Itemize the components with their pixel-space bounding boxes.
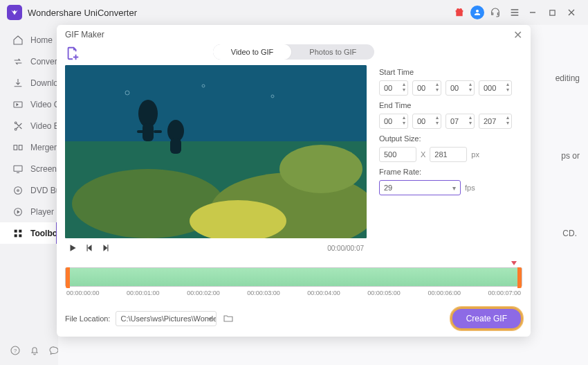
- svg-rect-3: [19, 145, 22, 150]
- timeline-track[interactable]: [65, 267, 522, 287]
- file-location-label: File Location:: [65, 314, 110, 323]
- end-min-input[interactable]: 00▴▾: [412, 114, 441, 129]
- grid-icon: [12, 228, 24, 239]
- video-preview[interactable]: [65, 65, 367, 238]
- app-title: Wondershare UniConverter: [28, 8, 137, 18]
- close-button[interactable]: [562, 4, 581, 21]
- bg-text: editing: [555, 73, 580, 83]
- bottom-icons: ?: [0, 338, 58, 365]
- user-avatar-icon[interactable]: [470, 6, 484, 19]
- sidebar-item-recorder[interactable]: Screen Recorder: [0, 158, 58, 179]
- sidebar-item-downloader[interactable]: Downloader: [0, 72, 58, 94]
- bg-text: CD.: [562, 229, 577, 238]
- convert-icon: [12, 56, 24, 67]
- dialog-close-button[interactable]: ✕: [513, 28, 522, 42]
- svg-rect-9: [19, 229, 21, 232]
- svg-rect-22: [137, 130, 144, 133]
- start-min-input[interactable]: 00▴▾: [412, 80, 441, 96]
- px-unit: px: [471, 150, 479, 159]
- timeline: 00:00:00:00 00:00:01:00 00:00:02:00 00:0…: [57, 258, 531, 296]
- sidebar-item-dvd[interactable]: DVD Burner: [0, 179, 58, 201]
- svg-text:?: ?: [14, 348, 17, 354]
- merge-icon: [12, 142, 24, 153]
- sidebar-item-label: Screen Recorder: [30, 164, 58, 174]
- stepper-icon[interactable]: ▴▾: [436, 115, 439, 126]
- play-button[interactable]: [68, 243, 77, 253]
- dialog-title: GIF Maker: [65, 30, 104, 39]
- gift-icon[interactable]: [451, 4, 468, 21]
- sidebar-item-home[interactable]: Home: [0, 29, 58, 51]
- dimension-x: X: [421, 150, 425, 159]
- start-ms-input[interactable]: 000▴▾: [479, 80, 512, 96]
- sidebar-item-compressor[interactable]: Video Compressor: [0, 94, 58, 115]
- disc-icon: [12, 185, 24, 196]
- next-frame-button[interactable]: [101, 243, 111, 253]
- add-file-button[interactable]: [65, 46, 80, 61]
- svg-rect-2: [14, 145, 17, 150]
- svg-rect-23: [154, 130, 162, 133]
- sidebar-item-player[interactable]: Player: [0, 201, 58, 222]
- svg-rect-4: [14, 166, 22, 171]
- compress-icon: [12, 99, 24, 110]
- svg-rect-8: [15, 229, 17, 232]
- prev-frame-button[interactable]: [84, 243, 94, 253]
- stepper-icon[interactable]: ▴▾: [436, 82, 439, 93]
- sidebar-item-label: DVD Burner: [30, 186, 58, 195]
- end-hour-input[interactable]: 00▴▾: [379, 114, 408, 129]
- sidebar-item-label: Downloader: [30, 78, 58, 88]
- stepper-icon[interactable]: ▴▾: [469, 115, 472, 126]
- sidebar-item-merger[interactable]: Merger: [0, 136, 58, 158]
- bell-icon[interactable]: [29, 345, 40, 358]
- playback-controls: 00:00/00:07: [65, 238, 367, 258]
- frame-rate-select[interactable]: 29: [379, 180, 461, 195]
- file-location-select[interactable]: C:\Users\ws\Pictures\Wondersh: [116, 311, 217, 326]
- stepper-icon[interactable]: ▴▾: [506, 82, 509, 93]
- svg-rect-10: [15, 234, 17, 237]
- stepper-icon[interactable]: ▴▾: [403, 115, 405, 126]
- sidebar: Home Converter Downloader Video Compress…: [0, 25, 58, 365]
- stepper-icon[interactable]: ▴▾: [469, 82, 472, 93]
- end-ms-input[interactable]: 207▴▾: [479, 114, 512, 129]
- start-sec-input[interactable]: 00▴▾: [445, 80, 475, 96]
- download-icon: [12, 78, 24, 89]
- sidebar-item-label: Converter: [30, 57, 58, 66]
- end-sec-input[interactable]: 07▴▾: [445, 114, 475, 129]
- tab-video-to-gif[interactable]: Video to GIF: [213, 44, 292, 60]
- output-height-input[interactable]: 281: [430, 147, 467, 162]
- svg-rect-11: [19, 234, 21, 237]
- app-logo: [7, 5, 22, 20]
- maximize-button[interactable]: [542, 4, 562, 21]
- stepper-icon[interactable]: ▴▾: [506, 115, 509, 126]
- create-gif-button[interactable]: Create GIF: [451, 308, 522, 330]
- headset-icon[interactable]: [487, 4, 504, 21]
- play-icon: [12, 206, 24, 217]
- fps-unit: fps: [465, 184, 475, 192]
- time-readout: 00:00/00:07: [327, 244, 364, 252]
- trim-handle-left[interactable]: [66, 267, 70, 288]
- playhead-marker[interactable]: [511, 261, 517, 265]
- sidebar-item-label: Merger: [30, 143, 57, 152]
- start-hour-input[interactable]: 00▴▾: [379, 80, 408, 96]
- sidebar-item-editor[interactable]: Video Editor: [0, 115, 58, 136]
- open-folder-button[interactable]: [222, 312, 235, 325]
- end-time-label: End Time: [379, 101, 522, 109]
- sidebar-item-toolbox[interactable]: Toolbox: [0, 222, 58, 244]
- screen-icon: [12, 163, 24, 175]
- tab-photos-to-gif[interactable]: Photos to GIF: [291, 44, 374, 60]
- output-size-label: Output Size:: [379, 134, 522, 143]
- sidebar-item-converter[interactable]: Converter: [0, 51, 58, 72]
- stepper-icon[interactable]: ▴▾: [403, 82, 405, 93]
- trim-handle-right[interactable]: [517, 267, 522, 288]
- svg-point-5: [15, 186, 22, 194]
- sidebar-item-label: Toolbox: [30, 229, 58, 238]
- help-icon[interactable]: ?: [10, 345, 21, 358]
- home-icon: [12, 35, 24, 46]
- menu-icon[interactable]: [506, 4, 523, 21]
- output-width-input[interactable]: 500: [379, 147, 416, 162]
- gif-maker-dialog: GIF Maker ✕ Video to GIF Photos to GIF: [57, 25, 531, 337]
- svg-point-19: [279, 145, 362, 193]
- minimize-button[interactable]: [523, 4, 542, 21]
- sidebar-item-label: Video Editor: [30, 121, 58, 131]
- start-time-label: Start Time: [379, 68, 522, 76]
- sidebar-item-label: Video Compressor: [30, 100, 58, 109]
